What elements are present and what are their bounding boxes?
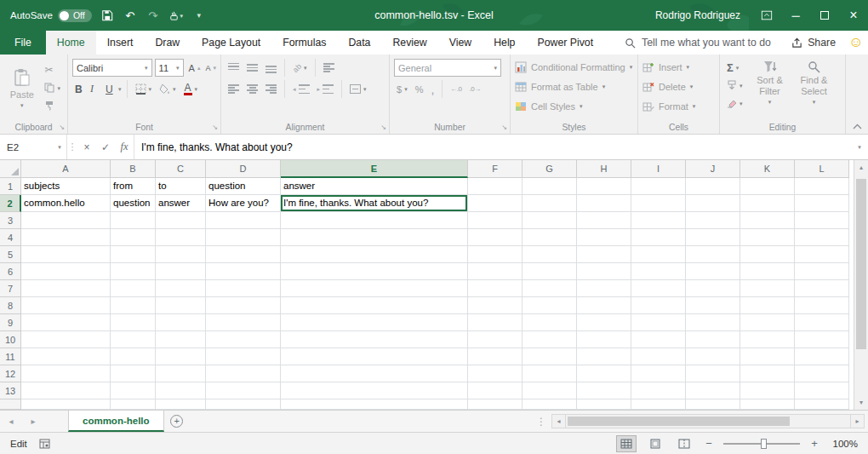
zoom-in-button[interactable]: +	[808, 437, 820, 450]
clear-button[interactable]: ▾	[724, 95, 745, 112]
cell-C9[interactable]	[156, 314, 206, 331]
cell-partial[interactable]	[686, 399, 740, 410]
cell-G1[interactable]	[523, 178, 577, 195]
column-header-D[interactable]: D	[206, 160, 281, 178]
column-header-B[interactable]: B	[111, 160, 156, 178]
cell-A12[interactable]	[21, 365, 111, 382]
cell-partial[interactable]	[795, 399, 849, 410]
middle-align-button[interactable]	[244, 60, 260, 77]
page-break-preview-button[interactable]	[674, 435, 694, 452]
cell-D9[interactable]	[206, 314, 281, 331]
copy-button[interactable]: ▾	[42, 79, 63, 96]
cell-K11[interactable]	[740, 348, 795, 365]
cell-H11[interactable]	[577, 348, 631, 365]
row-header-10[interactable]: 10	[0, 331, 21, 348]
cell-A7[interactable]	[21, 280, 111, 297]
tab-file[interactable]: File	[0, 31, 46, 55]
insert-cells-button[interactable]: Insert ▾	[642, 57, 715, 77]
cell-H3[interactable]	[577, 212, 631, 229]
increase-font-size-button[interactable]: A▴	[186, 60, 203, 77]
customize-quick-access-toolbar-button[interactable]: ▾	[191, 5, 207, 26]
column-header-C[interactable]: C	[156, 160, 206, 178]
cell-E5[interactable]	[281, 246, 468, 263]
tab-view[interactable]: View	[438, 31, 483, 55]
formula-input[interactable]: I'm fine, thanks. What about you?	[134, 135, 851, 159]
cell-L7[interactable]	[795, 280, 849, 297]
cell-I10[interactable]	[631, 331, 686, 348]
cell-partial[interactable]	[631, 399, 686, 410]
borders-button[interactable]: ▾	[133, 81, 155, 98]
zoom-out-button[interactable]: −	[703, 437, 715, 450]
cell-partial[interactable]	[577, 399, 631, 410]
cell-I9[interactable]	[631, 314, 686, 331]
increase-decimal-button[interactable]: ←.0	[448, 81, 464, 98]
cell-H1[interactable]	[577, 178, 631, 195]
paste-button[interactable]: Paste ▾	[4, 57, 39, 118]
tab-page-layout[interactable]: Page Layout	[191, 31, 271, 55]
zoom-level[interactable]: 100%	[829, 439, 858, 449]
zoom-slider[interactable]	[723, 438, 800, 450]
cell-G10[interactable]	[523, 331, 577, 348]
cell-G3[interactable]	[523, 212, 577, 229]
scroll-right-icon[interactable]: ▸	[850, 414, 865, 428]
cell-A8[interactable]	[21, 297, 111, 314]
cell-E4[interactable]	[281, 229, 468, 246]
cell-A11[interactable]	[21, 348, 111, 365]
cell-D1[interactable]: question	[206, 178, 281, 195]
cell-H10[interactable]	[577, 331, 631, 348]
cell-partial[interactable]	[21, 399, 111, 410]
cell-partial[interactable]	[111, 399, 156, 410]
cell-partial[interactable]	[740, 399, 795, 410]
fill-color-button[interactable]: ▾	[157, 81, 179, 98]
signed-in-user[interactable]: Rodrigo Rodriguez	[655, 9, 740, 21]
cell-I6[interactable]	[631, 263, 686, 280]
cell-L3[interactable]	[795, 212, 849, 229]
row-header-13[interactable]: 13	[0, 382, 21, 399]
column-header-J[interactable]: J	[686, 160, 740, 178]
cell-C8[interactable]	[156, 297, 206, 314]
redo-button[interactable]: ↷	[146, 5, 161, 26]
cell-E2[interactable]: I'm fine, thanks. What about you?	[281, 195, 468, 212]
cell-D7[interactable]	[206, 280, 281, 297]
cell-D12[interactable]	[206, 365, 281, 382]
cell-L8[interactable]	[795, 297, 849, 314]
cell-C1[interactable]: to	[156, 178, 206, 195]
row-header-4[interactable]: 4	[0, 229, 21, 246]
cell-H13[interactable]	[577, 382, 631, 399]
orientation-button[interactable]: ab▾	[290, 60, 310, 77]
cell-B8[interactable]	[111, 297, 156, 314]
cell-J5[interactable]	[686, 246, 740, 263]
cell-I11[interactable]	[631, 348, 686, 365]
enter-entry-button[interactable]: ✓	[96, 135, 115, 159]
cell-B10[interactable]	[111, 331, 156, 348]
cell-G12[interactable]	[523, 365, 577, 382]
accounting-format-button[interactable]: $▾	[394, 81, 410, 98]
expand-formula-bar-button[interactable]: ▾	[851, 135, 868, 159]
row-header-2[interactable]: 2	[0, 195, 21, 212]
cell-K10[interactable]	[740, 331, 795, 348]
row-header-7[interactable]: 7	[0, 280, 21, 297]
zoom-slider-thumb[interactable]	[761, 439, 767, 449]
cell-J6[interactable]	[686, 263, 740, 280]
cell-F2[interactable]	[468, 195, 523, 212]
cell-F3[interactable]	[468, 212, 523, 229]
cell-J9[interactable]	[686, 314, 740, 331]
cell-I5[interactable]	[631, 246, 686, 263]
sort-filter-button[interactable]: Sort & Filter ▾	[751, 57, 790, 112]
cell-J8[interactable]	[686, 297, 740, 314]
alignment-dialog-launcher-icon[interactable]: ↘	[380, 124, 386, 131]
row-header-3[interactable]: 3	[0, 212, 21, 229]
decrease-font-size-button[interactable]: A▾	[205, 60, 216, 77]
close-button[interactable]: ×	[839, 0, 868, 31]
row-header-9[interactable]: 9	[0, 314, 21, 331]
chevron-down-icon[interactable]: ▾	[118, 86, 122, 92]
cell-J13[interactable]	[686, 382, 740, 399]
cell-A9[interactable]	[21, 314, 111, 331]
cell-partial[interactable]	[468, 399, 523, 410]
cell-C4[interactable]	[156, 229, 206, 246]
cell-E12[interactable]	[281, 365, 468, 382]
cell-A3[interactable]	[21, 212, 111, 229]
cell-G9[interactable]	[523, 314, 577, 331]
delete-cells-button[interactable]: Delete ▾	[642, 77, 715, 96]
scroll-left-icon[interactable]: ◂	[551, 414, 566, 428]
